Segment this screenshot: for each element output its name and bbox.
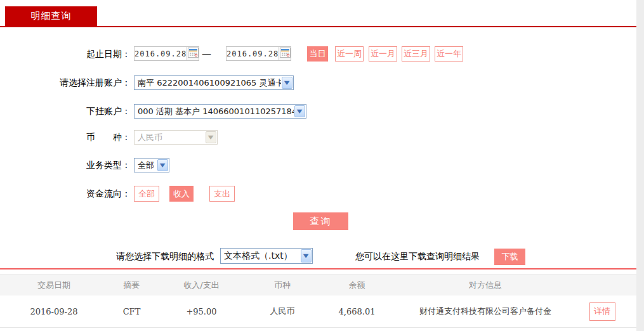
currency-select: 人民币 ▼ xyxy=(134,130,218,145)
quick-range-today-button[interactable]: 当日 xyxy=(307,46,328,62)
register-account-value: 南平 6222001406100921065 灵通卡 xyxy=(135,76,281,89)
date-range-separator: — xyxy=(202,48,211,60)
cell-trade-date: 2016-09-28 xyxy=(0,307,108,316)
download-format-value: 文本格式（.txt） xyxy=(221,249,300,263)
quick-range-last-week-button[interactable]: 近一周 xyxy=(335,46,364,62)
end-date-input[interactable]: 2016.09.28 xyxy=(226,46,291,61)
download-format-label: 请您选择下载明细的格式 xyxy=(116,249,214,264)
sub-account-label: 下挂账户： xyxy=(0,104,131,119)
register-account-label: 请选择注册账户： xyxy=(0,75,131,90)
chevron-down-icon: ▼ xyxy=(282,77,292,89)
quick-range-last-month-button[interactable]: 近一月 xyxy=(369,46,397,62)
table-header-row: 交易日期 摘要 收入/支出 币种 余额 对方信息 xyxy=(0,274,636,295)
chevron-down-icon: ▼ xyxy=(294,105,305,117)
header-currency: 币种 xyxy=(247,280,317,291)
download-hint-label: 您可以在这里下载查询明细结果 xyxy=(355,249,480,264)
tab-label: 明细查询 xyxy=(31,10,72,22)
start-date-calendar-button[interactable] xyxy=(187,47,199,60)
end-date-value: 2016.09.28 xyxy=(227,47,279,60)
calendar-icon xyxy=(280,48,291,60)
fund-flow-income-button[interactable]: 收入 xyxy=(169,186,194,202)
sub-account-value: 000 活期 基本户 1406600101102571848 xyxy=(135,105,294,118)
cell-counterparty: 财付通支付科技有限公司客户备付金 xyxy=(397,306,574,317)
cell-balance: 4,668.01 xyxy=(317,307,397,316)
table-row: 2016-09-28 CFT +95.00 人民币 4,668.01 财付通支付… xyxy=(0,295,636,328)
detail-button[interactable]: 详情 xyxy=(589,302,615,321)
quick-range-last-year-button[interactable]: 近一年 xyxy=(435,46,463,62)
tab-underline xyxy=(0,26,636,27)
header-balance: 余额 xyxy=(317,280,397,291)
business-type-label: 业务类型： xyxy=(0,158,131,172)
fund-flow-expense-button[interactable]: 支出 xyxy=(209,186,235,202)
chevron-down-icon: ▼ xyxy=(157,159,168,171)
detail-query-page: 明细查询 起止日期： 2016.09.28 — 2016.09. xyxy=(0,0,644,331)
header-income-expense: 收入/支出 xyxy=(155,280,247,291)
fund-flow-all-button[interactable]: 全部 xyxy=(134,186,159,202)
cell-amount: +95.00 xyxy=(155,307,247,316)
cell-currency: 人民币 xyxy=(247,306,317,317)
fund-flow-label: 资金流向： xyxy=(0,186,131,202)
table-top-divider xyxy=(0,268,636,269)
sub-account-select[interactable]: 000 活期 基本户 1406600101102571848 ▼ xyxy=(134,104,306,119)
business-type-value: 全部 xyxy=(135,159,157,172)
cell-action: 详情 xyxy=(574,302,636,321)
download-format-select[interactable]: 文本格式（.txt） ▼ xyxy=(220,248,313,264)
register-account-select[interactable]: 南平 6222001406100921065 灵通卡 ▼ xyxy=(134,75,294,90)
header-counterparty: 对方信息 xyxy=(397,280,574,291)
header-trade-date: 交易日期 xyxy=(0,280,108,291)
chevron-down-icon: ▼ xyxy=(206,131,216,143)
currency-label: 币 种： xyxy=(0,130,131,145)
quick-range-3-months-button[interactable]: 近三月 xyxy=(402,46,430,62)
chevron-down-icon: ▼ xyxy=(301,249,312,263)
date-range-label: 起止日期： xyxy=(0,46,131,62)
currency-value: 人民币 xyxy=(135,131,205,144)
download-button[interactable]: 下载 xyxy=(494,249,525,265)
calendar-icon xyxy=(188,48,199,60)
header-summary: 摘要 xyxy=(108,280,155,291)
business-type-select[interactable]: 全部 ▼ xyxy=(134,158,169,172)
query-button[interactable]: 查询 xyxy=(293,212,348,230)
tab-detail-query[interactable]: 明细查询 xyxy=(5,6,97,26)
cell-summary: CFT xyxy=(108,307,155,316)
page-right-gutter xyxy=(636,0,644,331)
start-date-value: 2016.09.28 xyxy=(135,47,187,60)
start-date-input[interactable]: 2016.09.28 xyxy=(134,46,199,61)
end-date-calendar-button[interactable] xyxy=(279,47,291,60)
